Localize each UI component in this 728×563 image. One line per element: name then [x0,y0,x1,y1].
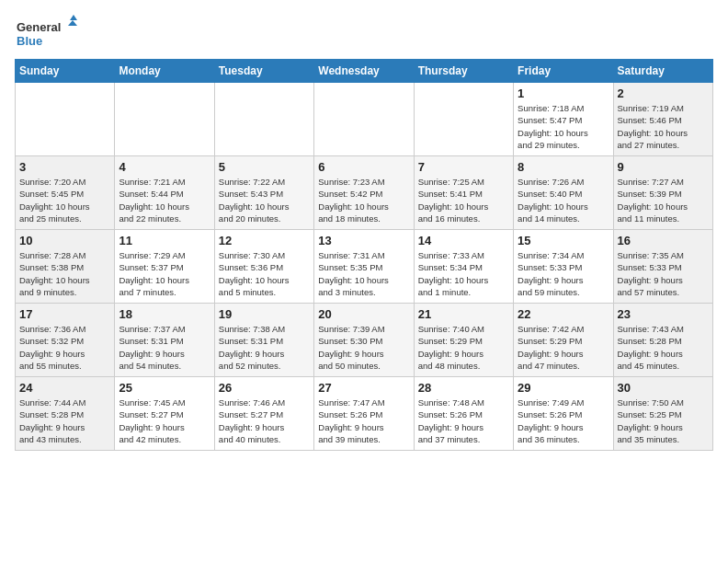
calendar-cell: 21Sunrise: 7:40 AM Sunset: 5:29 PM Dayli… [414,304,513,377]
day-number: 28 [418,381,509,395]
day-info: Sunrise: 7:42 AM Sunset: 5:29 PM Dayligh… [518,323,609,372]
svg-marker-2 [70,15,77,20]
day-number: 29 [518,381,609,395]
day-info: Sunrise: 7:35 AM Sunset: 5:33 PM Dayligh… [618,249,709,298]
day-number: 11 [119,234,210,247]
calendar-cell: 6Sunrise: 7:23 AM Sunset: 5:42 PM Daylig… [314,156,414,230]
calendar-cell: 25Sunrise: 7:45 AM Sunset: 5:27 PM Dayli… [115,377,214,451]
weekday-header-wednesday: Wednesday [314,60,414,83]
day-info: Sunrise: 7:30 AM Sunset: 5:36 PM Dayligh… [219,249,310,298]
calendar-cell: 24Sunrise: 7:44 AM Sunset: 5:28 PM Dayli… [16,377,115,451]
calendar-cell: 23Sunrise: 7:43 AM Sunset: 5:28 PM Dayli… [613,304,712,377]
day-number: 8 [518,160,609,174]
day-number: 10 [19,234,110,247]
calendar-week-4: 17Sunrise: 7:36 AM Sunset: 5:32 PM Dayli… [16,304,713,377]
calendar-cell: 20Sunrise: 7:39 AM Sunset: 5:30 PM Dayli… [314,304,414,377]
calendar-cell: 7Sunrise: 7:25 AM Sunset: 5:41 PM Daylig… [414,156,513,230]
calendar-cell [314,83,414,156]
day-info: Sunrise: 7:23 AM Sunset: 5:42 PM Dayligh… [318,176,409,224]
calendar-cell: 18Sunrise: 7:37 AM Sunset: 5:31 PM Dayli… [115,304,214,377]
day-info: Sunrise: 7:25 AM Sunset: 5:41 PM Dayligh… [418,176,509,224]
weekday-header-sunday: Sunday [16,60,115,83]
calendar-cell: 3Sunrise: 7:20 AM Sunset: 5:45 PM Daylig… [16,156,115,230]
day-info: Sunrise: 7:34 AM Sunset: 5:33 PM Dayligh… [518,249,609,298]
day-info: Sunrise: 7:22 AM Sunset: 5:43 PM Dayligh… [219,176,310,224]
day-info: Sunrise: 7:49 AM Sunset: 5:26 PM Dayligh… [518,396,609,445]
day-number: 30 [618,381,709,395]
calendar-cell: 17Sunrise: 7:36 AM Sunset: 5:32 PM Dayli… [16,304,115,377]
calendar-week-2: 3Sunrise: 7:20 AM Sunset: 5:45 PM Daylig… [16,156,713,230]
day-info: Sunrise: 7:50 AM Sunset: 5:25 PM Dayligh… [618,396,709,445]
weekday-header-friday: Friday [514,60,613,83]
day-info: Sunrise: 7:33 AM Sunset: 5:34 PM Dayligh… [418,249,509,298]
calendar-cell [414,83,513,156]
day-number: 12 [219,234,310,247]
day-info: Sunrise: 7:21 AM Sunset: 5:44 PM Dayligh… [119,176,210,224]
calendar-week-5: 24Sunrise: 7:44 AM Sunset: 5:28 PM Dayli… [16,377,713,451]
day-number: 5 [219,160,310,174]
calendar-cell: 12Sunrise: 7:30 AM Sunset: 5:36 PM Dayli… [214,230,313,304]
day-info: Sunrise: 7:20 AM Sunset: 5:45 PM Dayligh… [19,176,110,224]
calendar-cell [214,83,313,156]
day-number: 27 [318,381,409,395]
day-info: Sunrise: 7:39 AM Sunset: 5:30 PM Dayligh… [318,323,409,372]
day-info: Sunrise: 7:44 AM Sunset: 5:28 PM Dayligh… [19,396,110,445]
day-number: 6 [318,160,409,174]
calendar-cell: 30Sunrise: 7:50 AM Sunset: 5:25 PM Dayli… [613,377,712,451]
day-info: Sunrise: 7:47 AM Sunset: 5:26 PM Dayligh… [318,396,409,445]
weekday-header-saturday: Saturday [613,60,712,83]
calendar-cell: 9Sunrise: 7:27 AM Sunset: 5:39 PM Daylig… [613,156,712,230]
weekday-header-row: SundayMondayTuesdayWednesdayThursdayFrid… [16,60,713,83]
day-info: Sunrise: 7:26 AM Sunset: 5:40 PM Dayligh… [518,176,609,224]
calendar-week-3: 10Sunrise: 7:28 AM Sunset: 5:38 PM Dayli… [16,230,713,304]
day-number: 3 [19,160,110,174]
day-info: Sunrise: 7:36 AM Sunset: 5:32 PM Dayligh… [19,323,110,372]
day-info: Sunrise: 7:46 AM Sunset: 5:27 PM Dayligh… [219,396,310,445]
calendar-cell: 4Sunrise: 7:21 AM Sunset: 5:44 PM Daylig… [115,156,214,230]
calendar-cell [16,83,115,156]
day-number: 15 [518,234,609,247]
day-info: Sunrise: 7:48 AM Sunset: 5:26 PM Dayligh… [418,396,509,445]
weekday-header-tuesday: Tuesday [214,60,313,83]
svg-marker-3 [68,20,77,26]
logo: General Blue [15,15,79,52]
calendar-cell [115,83,214,156]
day-info: Sunrise: 7:38 AM Sunset: 5:31 PM Dayligh… [219,323,310,372]
day-info: Sunrise: 7:45 AM Sunset: 5:27 PM Dayligh… [119,396,210,445]
calendar-cell: 11Sunrise: 7:29 AM Sunset: 5:37 PM Dayli… [115,230,214,304]
calendar-cell: 1Sunrise: 7:18 AM Sunset: 5:47 PM Daylig… [514,83,613,156]
day-info: Sunrise: 7:18 AM Sunset: 5:47 PM Dayligh… [518,102,609,151]
day-number: 7 [418,160,509,174]
day-number: 2 [618,86,709,100]
logo-svg: General Blue [15,15,79,52]
calendar-cell: 5Sunrise: 7:22 AM Sunset: 5:43 PM Daylig… [214,156,313,230]
day-info: Sunrise: 7:27 AM Sunset: 5:39 PM Dayligh… [618,176,709,224]
day-number: 21 [418,307,509,321]
calendar-cell: 2Sunrise: 7:19 AM Sunset: 5:46 PM Daylig… [613,83,712,156]
calendar-cell: 22Sunrise: 7:42 AM Sunset: 5:29 PM Dayli… [514,304,613,377]
day-number: 19 [219,307,310,321]
header: General Blue [15,15,713,52]
weekday-header-monday: Monday [115,60,214,83]
day-info: Sunrise: 7:29 AM Sunset: 5:37 PM Dayligh… [119,249,210,298]
weekday-header-thursday: Thursday [414,60,513,83]
calendar-cell: 27Sunrise: 7:47 AM Sunset: 5:26 PM Dayli… [314,377,414,451]
day-number: 24 [19,381,110,395]
day-number: 26 [219,381,310,395]
calendar-cell: 15Sunrise: 7:34 AM Sunset: 5:33 PM Dayli… [514,230,613,304]
calendar-cell: 13Sunrise: 7:31 AM Sunset: 5:35 PM Dayli… [314,230,414,304]
day-number: 4 [119,160,210,174]
day-number: 25 [119,381,210,395]
day-number: 22 [518,307,609,321]
day-info: Sunrise: 7:37 AM Sunset: 5:31 PM Dayligh… [119,323,210,372]
day-number: 13 [318,234,409,247]
day-info: Sunrise: 7:19 AM Sunset: 5:46 PM Dayligh… [618,102,709,151]
calendar-cell: 28Sunrise: 7:48 AM Sunset: 5:26 PM Dayli… [414,377,513,451]
calendar-cell: 29Sunrise: 7:49 AM Sunset: 5:26 PM Dayli… [514,377,613,451]
calendar-week-1: 1Sunrise: 7:18 AM Sunset: 5:47 PM Daylig… [16,83,713,156]
day-info: Sunrise: 7:40 AM Sunset: 5:29 PM Dayligh… [418,323,509,372]
day-info: Sunrise: 7:28 AM Sunset: 5:38 PM Dayligh… [19,249,110,298]
day-number: 14 [418,234,509,247]
day-info: Sunrise: 7:43 AM Sunset: 5:28 PM Dayligh… [618,323,709,372]
day-number: 23 [618,307,709,321]
